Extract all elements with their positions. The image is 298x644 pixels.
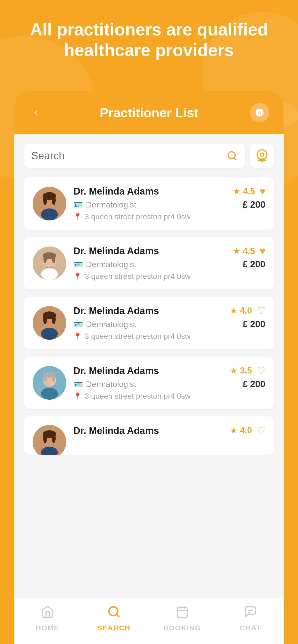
- chat-icon: [244, 605, 257, 622]
- practitioner-name: Dr. Melinda Adams: [73, 306, 159, 316]
- map-button[interactable]: [250, 144, 274, 168]
- location-row: 📍 3 queen street preston pr4 0sw: [73, 332, 265, 341]
- bottom-nav: HOME SEARCH BOOKING: [14, 598, 284, 644]
- back-button[interactable]: [29, 106, 43, 120]
- nav-label-booking: BOOKING: [163, 624, 201, 632]
- specialty-row: 🪪 Dermatologist: [73, 380, 136, 389]
- specialty-row: 🪪 Dermatologist: [73, 200, 136, 210]
- location-icon: 📍: [73, 392, 82, 400]
- location-icon: 📍: [73, 272, 82, 280]
- practitioner-name: Dr. Melinda Adams: [73, 246, 159, 256]
- search-icon-button[interactable]: [226, 150, 238, 162]
- practitioner-info: Dr. Melinda Adams ★ 4.5 ♥ 🪪 Dermatologis…: [73, 246, 265, 281]
- nav-item-home[interactable]: HOME: [31, 605, 64, 632]
- svg-point-34: [52, 434, 56, 443]
- specialty-text: Dermatologist: [86, 260, 136, 269]
- star-icon: ★: [230, 306, 238, 316]
- heart-icon[interactable]: ♡: [257, 365, 265, 376]
- rating-value: 4.5: [243, 186, 255, 196]
- nav-item-chat[interactable]: CHAT: [234, 605, 267, 632]
- practitioner-card-partial[interactable]: Dr. Melinda Adams ★ 4.0 ♡: [24, 416, 274, 455]
- svg-point-6: [41, 208, 58, 220]
- practitioner-card[interactable]: Dr. Melinda Adams ★ 4.5 ♥ 🪪 Dermatologis…: [24, 237, 274, 290]
- nav-item-booking[interactable]: BOOKING: [163, 605, 201, 632]
- svg-point-2: [260, 153, 264, 156]
- id-card-icon: 🪪: [73, 320, 83, 329]
- rating-value: 4.5: [243, 246, 255, 256]
- svg-point-16: [52, 255, 55, 263]
- price-text: £ 200: [243, 200, 265, 210]
- heart-icon[interactable]: ♥: [260, 246, 265, 256]
- location-text: 3 queen street preston pr4 0sw: [85, 332, 191, 341]
- heart-icon[interactable]: ♥: [260, 186, 265, 197]
- location-row: 📍 3 queen street preston pr4 0sw: [73, 392, 265, 400]
- name-row: Dr. Melinda Adams ★ 4.5 ♥: [73, 246, 265, 256]
- location-icon: 📍: [73, 332, 82, 340]
- nav-label-chat: CHAT: [240, 624, 261, 632]
- practitioner-card[interactable]: Dr. Melinda Adams ★ 4.0 ♡ 🪪 Dermatologis…: [24, 296, 274, 349]
- filter-button[interactable]: [250, 103, 269, 122]
- search-input[interactable]: [31, 150, 226, 162]
- svg-rect-37: [177, 607, 187, 617]
- specialty-text: Dermatologist: [86, 200, 136, 210]
- heart-icon[interactable]: ♡: [257, 305, 265, 316]
- main-card: Practitioner List: [14, 91, 284, 644]
- specialty-row: 🪪 Dermatologist: [73, 260, 136, 269]
- avatar-image: [33, 425, 66, 455]
- practitioner-info: Dr. Melinda Adams ★ 4.0 ♡: [73, 425, 265, 439]
- practitioner-info: Dr. Melinda Adams ★ 4.0 ♡ 🪪 Dermatologis…: [73, 305, 265, 341]
- avatar: [33, 366, 66, 400]
- location-icon: 📍: [73, 213, 82, 221]
- practitioner-name: Dr. Melinda Adams: [73, 365, 159, 376]
- id-card-icon: 🪪: [73, 380, 83, 389]
- location-row: 📍 3 queen street preston pr4 0sw: [73, 212, 265, 221]
- svg-point-27: [43, 374, 47, 382]
- rating-value: 3.5: [240, 366, 252, 376]
- svg-point-12: [41, 268, 58, 280]
- practitioner-card[interactable]: Dr. Melinda Adams ★ 3.5 ♡ 🪪 Dermatologis…: [24, 356, 274, 409]
- nav-item-search[interactable]: SEARCH: [97, 605, 130, 632]
- rating-heart: ★ 4.5 ♥: [233, 186, 265, 197]
- avatar-image: [33, 187, 66, 220]
- detail-row: 🪪 Dermatologist £ 200: [73, 259, 265, 270]
- svg-point-10: [52, 195, 56, 205]
- star-icon: ★: [233, 186, 240, 196]
- detail-row: 🪪 Dermatologist £ 200: [73, 319, 265, 330]
- detail-row: 🪪 Dermatologist £ 200: [73, 200, 265, 210]
- svg-point-21: [43, 314, 47, 324]
- avatar: [33, 246, 66, 280]
- name-row: Dr. Melinda Adams ★ 4.0 ♡: [73, 425, 265, 436]
- rating-heart: ★ 4.5 ♥: [233, 246, 265, 256]
- rating-value: 4.0: [240, 426, 252, 436]
- nav-label-home: HOME: [36, 624, 59, 632]
- id-card-icon: 🪪: [73, 260, 83, 269]
- card-title: Practitioner List: [100, 105, 198, 120]
- practitioner-info: Dr. Melinda Adams ★ 3.5 ♡ 🪪 Dermatologis…: [73, 365, 265, 400]
- detail-row: 🪪 Dermatologist £ 200: [73, 379, 265, 389]
- svg-point-18: [41, 328, 58, 340]
- price-text: £ 200: [243, 259, 265, 270]
- price-text: £ 200: [243, 379, 265, 389]
- practitioner-info: Dr. Melinda Adams ★ 4.5 ♥ 🪪 Dermatologis…: [73, 186, 265, 221]
- rating-heart: ★ 4.0 ♡: [230, 305, 265, 316]
- avatar: [33, 187, 66, 220]
- nav-label-search: SEARCH: [97, 624, 130, 632]
- home-icon: [41, 605, 54, 622]
- practitioner-card[interactable]: Dr. Melinda Adams ★ 4.5 ♥ 🪪 Dermatologis…: [24, 177, 274, 230]
- name-row: Dr. Melinda Adams ★ 3.5 ♡: [73, 365, 265, 376]
- rating-heart: ★ 4.0 ♡: [230, 425, 265, 436]
- star-icon: ★: [233, 246, 240, 256]
- practitioner-name: Dr. Melinda Adams: [73, 425, 159, 436]
- location-text: 3 queen street preston pr4 0sw: [85, 212, 191, 221]
- card-body: Dr. Melinda Adams ★ 4.5 ♥ 🪪 Dermatologis…: [14, 134, 284, 598]
- location-text: 3 queen street preston pr4 0sw: [85, 272, 191, 281]
- heart-icon[interactable]: ♡: [257, 425, 265, 436]
- price-text: £ 200: [243, 319, 265, 330]
- specialty-row: 🪪 Dermatologist: [73, 320, 136, 329]
- avatar-image: [33, 366, 66, 400]
- specialty-text: Dermatologist: [86, 320, 136, 329]
- practitioners-list: Dr. Melinda Adams ★ 4.5 ♥ 🪪 Dermatologis…: [24, 177, 274, 598]
- svg-point-33: [43, 434, 47, 443]
- avatar-image: [33, 246, 66, 280]
- svg-point-15: [43, 255, 47, 263]
